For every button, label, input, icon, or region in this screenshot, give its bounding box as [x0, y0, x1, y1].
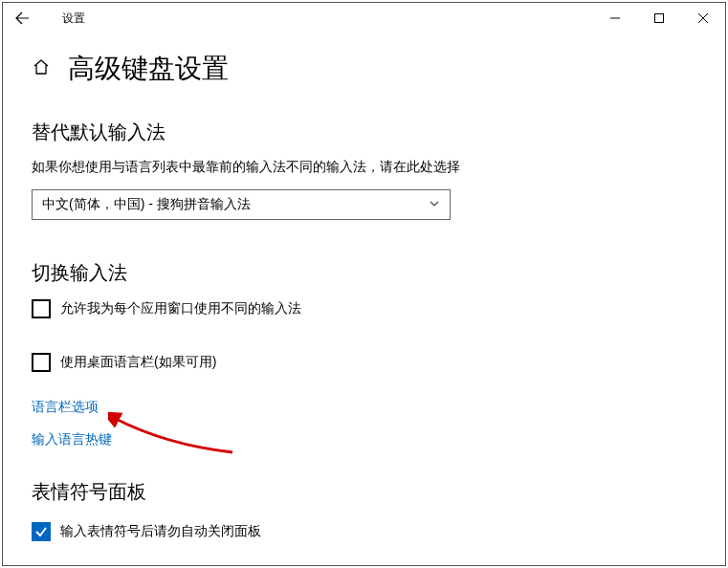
window-controls: [593, 3, 725, 33]
section-default-ime-title: 替代默认输入法: [32, 120, 696, 145]
minimize-button[interactable]: [593, 3, 637, 33]
chevron-down-icon: [429, 198, 440, 212]
minimize-icon: [610, 13, 620, 23]
page-header: 高级键盘设置: [32, 51, 696, 87]
per-app-ime-checkbox[interactable]: [32, 299, 51, 318]
settings-window: 设置 高级键盘设置 替代默认输入法 如果你想使用与语言列表中最靠前的输入法不同的…: [2, 2, 726, 566]
close-button[interactable]: [681, 3, 725, 33]
close-icon: [698, 13, 708, 23]
page-title: 高级键盘设置: [68, 51, 229, 87]
check-icon: [34, 525, 48, 538]
emoji-autoclose-row[interactable]: 输入表情符号后请勿自动关闭面板: [32, 522, 696, 541]
per-app-ime-row[interactable]: 允许我为每个应用窗口使用不同的输入法: [32, 299, 696, 318]
back-button[interactable]: [3, 3, 41, 33]
content-area: 高级键盘设置 替代默认输入法 如果你想使用与语言列表中最靠前的输入法不同的输入法…: [3, 33, 725, 541]
default-ime-value: 中文(简体，中国) - 搜狗拼音输入法: [42, 196, 429, 213]
section-switch-ime-title: 切换输入法: [32, 260, 696, 286]
desktop-langbar-label: 使用桌面语言栏(如果可用): [60, 354, 216, 371]
desktop-langbar-checkbox[interactable]: [32, 353, 51, 372]
per-app-ime-label: 允许我为每个应用窗口使用不同的输入法: [60, 300, 301, 317]
svg-rect-0: [655, 14, 664, 23]
window-title: 设置: [62, 11, 85, 27]
language-bar-options-link[interactable]: 语言栏选项: [32, 399, 696, 416]
home-icon[interactable]: [32, 58, 51, 79]
emoji-autoclose-label: 输入表情符号后请勿自动关闭面板: [60, 523, 261, 540]
back-arrow-icon: [14, 11, 30, 26]
emoji-autoclose-checkbox[interactable]: [32, 522, 51, 541]
desktop-langbar-row[interactable]: 使用桌面语言栏(如果可用): [32, 353, 696, 372]
section-default-ime-desc: 如果你想使用与语言列表中最靠前的输入法不同的输入法，请在此处选择: [32, 159, 696, 176]
section-emoji-panel-title: 表情符号面板: [32, 479, 696, 505]
input-language-hotkey-link[interactable]: 输入语言热键: [32, 431, 696, 448]
maximize-icon: [654, 13, 664, 23]
default-ime-dropdown[interactable]: 中文(简体，中国) - 搜狗拼音输入法: [32, 189, 451, 220]
maximize-button[interactable]: [637, 3, 681, 33]
titlebar: 设置: [3, 3, 725, 33]
